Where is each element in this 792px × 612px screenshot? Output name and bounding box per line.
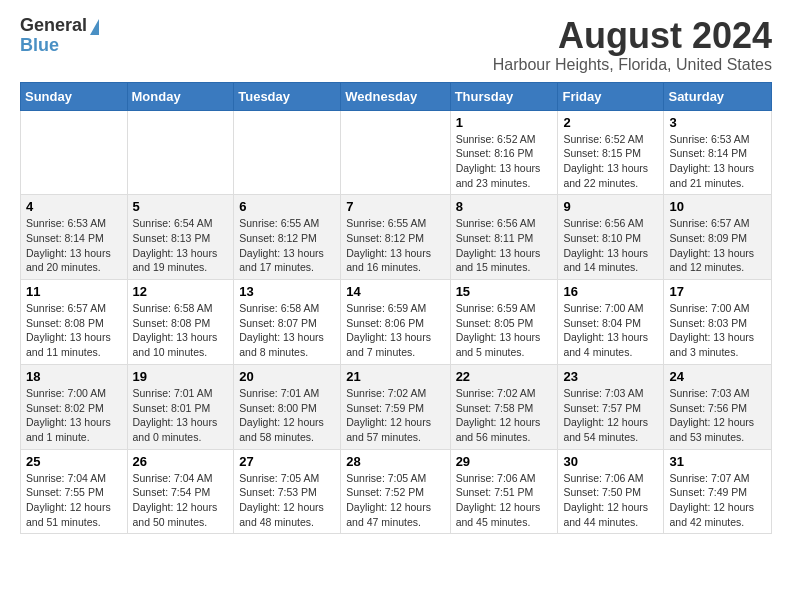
day-info: Sunrise: 7:06 AM Sunset: 7:51 PM Dayligh… [456,472,541,528]
day-number: 26 [133,454,229,469]
day-info: Sunrise: 7:07 AM Sunset: 7:49 PM Dayligh… [669,472,754,528]
calendar-cell: 4Sunrise: 6:53 AM Sunset: 8:14 PM Daylig… [21,195,128,280]
calendar-cell: 7Sunrise: 6:55 AM Sunset: 8:12 PM Daylig… [341,195,450,280]
calendar-cell: 5Sunrise: 6:54 AM Sunset: 8:13 PM Daylig… [127,195,234,280]
calendar-cell: 21Sunrise: 7:02 AM Sunset: 7:59 PM Dayli… [341,364,450,449]
day-number: 20 [239,369,335,384]
calendar-table: SundayMondayTuesdayWednesdayThursdayFrid… [20,82,772,535]
day-number: 29 [456,454,553,469]
day-info: Sunrise: 6:55 AM Sunset: 8:12 PM Dayligh… [346,217,431,273]
day-number: 21 [346,369,444,384]
calendar-cell: 31Sunrise: 7:07 AM Sunset: 7:49 PM Dayli… [664,449,772,534]
day-info: Sunrise: 7:06 AM Sunset: 7:50 PM Dayligh… [563,472,648,528]
day-number: 8 [456,199,553,214]
day-info: Sunrise: 6:56 AM Sunset: 8:10 PM Dayligh… [563,217,648,273]
weekday-header-tuesday: Tuesday [234,82,341,110]
calendar-cell: 10Sunrise: 6:57 AM Sunset: 8:09 PM Dayli… [664,195,772,280]
calendar-cell: 25Sunrise: 7:04 AM Sunset: 7:55 PM Dayli… [21,449,128,534]
day-info: Sunrise: 6:53 AM Sunset: 8:14 PM Dayligh… [669,133,754,189]
day-number: 19 [133,369,229,384]
calendar-cell: 2Sunrise: 6:52 AM Sunset: 8:15 PM Daylig… [558,110,664,195]
day-number: 7 [346,199,444,214]
day-number: 27 [239,454,335,469]
title-area: August 2024 Harbour Heights, Florida, Un… [493,16,772,74]
calendar-cell: 8Sunrise: 6:56 AM Sunset: 8:11 PM Daylig… [450,195,558,280]
calendar-cell [341,110,450,195]
calendar-cell [234,110,341,195]
day-number: 18 [26,369,122,384]
day-number: 12 [133,284,229,299]
day-info: Sunrise: 6:53 AM Sunset: 8:14 PM Dayligh… [26,217,111,273]
weekday-header-friday: Friday [558,82,664,110]
day-number: 28 [346,454,444,469]
month-year-title: August 2024 [493,16,772,56]
day-info: Sunrise: 6:55 AM Sunset: 8:12 PM Dayligh… [239,217,324,273]
calendar-cell: 9Sunrise: 6:56 AM Sunset: 8:10 PM Daylig… [558,195,664,280]
logo: General Blue [20,16,99,56]
calendar-cell: 12Sunrise: 6:58 AM Sunset: 8:08 PM Dayli… [127,280,234,365]
day-info: Sunrise: 6:54 AM Sunset: 8:13 PM Dayligh… [133,217,218,273]
calendar-cell: 11Sunrise: 6:57 AM Sunset: 8:08 PM Dayli… [21,280,128,365]
calendar-week-row: 1Sunrise: 6:52 AM Sunset: 8:16 PM Daylig… [21,110,772,195]
day-number: 3 [669,115,766,130]
day-info: Sunrise: 7:04 AM Sunset: 7:55 PM Dayligh… [26,472,111,528]
logo-general-text: General [20,16,87,36]
weekday-header-saturday: Saturday [664,82,772,110]
calendar-cell: 23Sunrise: 7:03 AM Sunset: 7:57 PM Dayli… [558,364,664,449]
calendar-body: 1Sunrise: 6:52 AM Sunset: 8:16 PM Daylig… [21,110,772,534]
day-info: Sunrise: 6:58 AM Sunset: 8:08 PM Dayligh… [133,302,218,358]
calendar-cell: 18Sunrise: 7:00 AM Sunset: 8:02 PM Dayli… [21,364,128,449]
day-info: Sunrise: 7:00 AM Sunset: 8:03 PM Dayligh… [669,302,754,358]
weekday-header-monday: Monday [127,82,234,110]
day-number: 10 [669,199,766,214]
weekday-header-wednesday: Wednesday [341,82,450,110]
weekday-header-sunday: Sunday [21,82,128,110]
calendar-week-row: 18Sunrise: 7:00 AM Sunset: 8:02 PM Dayli… [21,364,772,449]
day-number: 11 [26,284,122,299]
day-number: 6 [239,199,335,214]
calendar-header: SundayMondayTuesdayWednesdayThursdayFrid… [21,82,772,110]
header: General Blue August 2024 Harbour Heights… [20,16,772,74]
day-info: Sunrise: 6:56 AM Sunset: 8:11 PM Dayligh… [456,217,541,273]
day-number: 2 [563,115,658,130]
calendar-week-row: 25Sunrise: 7:04 AM Sunset: 7:55 PM Dayli… [21,449,772,534]
day-info: Sunrise: 6:52 AM Sunset: 8:16 PM Dayligh… [456,133,541,189]
day-info: Sunrise: 6:57 AM Sunset: 8:08 PM Dayligh… [26,302,111,358]
calendar-cell: 20Sunrise: 7:01 AM Sunset: 8:00 PM Dayli… [234,364,341,449]
day-number: 25 [26,454,122,469]
calendar-cell: 27Sunrise: 7:05 AM Sunset: 7:53 PM Dayli… [234,449,341,534]
day-info: Sunrise: 7:01 AM Sunset: 8:01 PM Dayligh… [133,387,218,443]
day-info: Sunrise: 7:00 AM Sunset: 8:02 PM Dayligh… [26,387,111,443]
day-number: 31 [669,454,766,469]
calendar-cell: 30Sunrise: 7:06 AM Sunset: 7:50 PM Dayli… [558,449,664,534]
calendar-cell: 13Sunrise: 6:58 AM Sunset: 8:07 PM Dayli… [234,280,341,365]
calendar-cell: 15Sunrise: 6:59 AM Sunset: 8:05 PM Dayli… [450,280,558,365]
day-number: 23 [563,369,658,384]
day-info: Sunrise: 6:57 AM Sunset: 8:09 PM Dayligh… [669,217,754,273]
day-info: Sunrise: 7:00 AM Sunset: 8:04 PM Dayligh… [563,302,648,358]
day-info: Sunrise: 7:03 AM Sunset: 7:57 PM Dayligh… [563,387,648,443]
day-info: Sunrise: 7:04 AM Sunset: 7:54 PM Dayligh… [133,472,218,528]
calendar-cell [127,110,234,195]
calendar-cell: 19Sunrise: 7:01 AM Sunset: 8:01 PM Dayli… [127,364,234,449]
day-info: Sunrise: 6:52 AM Sunset: 8:15 PM Dayligh… [563,133,648,189]
calendar-cell: 17Sunrise: 7:00 AM Sunset: 8:03 PM Dayli… [664,280,772,365]
day-info: Sunrise: 7:02 AM Sunset: 7:59 PM Dayligh… [346,387,431,443]
day-info: Sunrise: 7:01 AM Sunset: 8:00 PM Dayligh… [239,387,324,443]
day-number: 14 [346,284,444,299]
calendar-cell: 14Sunrise: 6:59 AM Sunset: 8:06 PM Dayli… [341,280,450,365]
day-number: 17 [669,284,766,299]
day-number: 4 [26,199,122,214]
calendar-week-row: 4Sunrise: 6:53 AM Sunset: 8:14 PM Daylig… [21,195,772,280]
day-number: 24 [669,369,766,384]
day-number: 5 [133,199,229,214]
calendar-cell: 3Sunrise: 6:53 AM Sunset: 8:14 PM Daylig… [664,110,772,195]
calendar-cell: 24Sunrise: 7:03 AM Sunset: 7:56 PM Dayli… [664,364,772,449]
weekday-header-thursday: Thursday [450,82,558,110]
day-info: Sunrise: 6:59 AM Sunset: 8:06 PM Dayligh… [346,302,431,358]
calendar-cell [21,110,128,195]
day-info: Sunrise: 6:59 AM Sunset: 8:05 PM Dayligh… [456,302,541,358]
calendar-cell: 1Sunrise: 6:52 AM Sunset: 8:16 PM Daylig… [450,110,558,195]
day-number: 9 [563,199,658,214]
calendar-cell: 6Sunrise: 6:55 AM Sunset: 8:12 PM Daylig… [234,195,341,280]
